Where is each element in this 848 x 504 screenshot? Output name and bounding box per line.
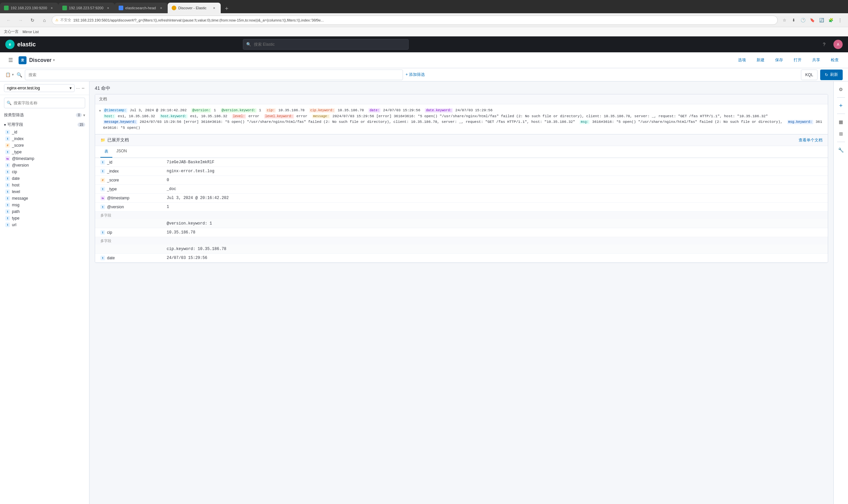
options-button[interactable]: 选项 — [734, 55, 750, 66]
field-highlight-message-kw: message.keyword: — [103, 120, 137, 124]
field-badge-id: t — [100, 160, 105, 165]
view-doc-link[interactable]: 查看单个文档 — [799, 138, 823, 143]
index-dropdown-small[interactable]: 📋 ▾ — [5, 72, 14, 77]
bookmark-2[interactable]: Mirror List — [22, 30, 39, 34]
kql-button[interactable]: KQL — [801, 70, 817, 80]
address-bar: ← → ↻ ⌂ ⚠ 不安全 192.168.223.190:5601/app/d… — [0, 13, 848, 27]
new-tab-button[interactable]: + — [222, 4, 231, 13]
bookmark-icon[interactable]: 🔖 — [808, 16, 816, 24]
field-item-host[interactable]: t host — [4, 182, 85, 188]
field-item-message[interactable]: t message — [4, 195, 85, 202]
tab-3[interactable]: elasticsearch-head × — [115, 3, 168, 13]
field-highlight-date: date: — [368, 108, 380, 113]
home-button[interactable]: ⌂ — [40, 16, 49, 25]
discover-title[interactable]: Discover ▾ — [29, 57, 55, 63]
field-item-path[interactable]: t path — [4, 208, 85, 215]
panel-icon[interactable]: ⊞ — [836, 128, 846, 139]
layout-icon[interactable]: ▦ — [836, 116, 846, 127]
index-dots-button[interactable]: ··· — [76, 86, 80, 91]
gear-icon[interactable]: 🔧 — [836, 145, 846, 155]
field-type-badge-type: t — [5, 150, 10, 154]
field-value-cip: 10.35.186.78 — [161, 228, 828, 237]
help-icon[interactable]: ? — [819, 39, 829, 50]
url-actions: ☆ ⬇ 🕐 🔖 🔄 🧩 ⋮ — [780, 16, 844, 24]
inspect-button[interactable]: 检查 — [827, 55, 843, 66]
open-button[interactable]: 打开 — [790, 55, 806, 66]
user-avatar[interactable]: A — [833, 40, 843, 49]
search-icon: 🔍 — [246, 42, 251, 47]
refresh-button[interactable]: ↻ 刷新 — [820, 70, 843, 80]
field-item-version[interactable]: t @version — [4, 162, 85, 168]
field-highlight-timestamp: @timestamp: — [103, 108, 127, 113]
field-item-url[interactable]: t url — [4, 221, 85, 228]
bookmark-1[interactable]: 文心一言 — [4, 29, 19, 34]
panel-separator-2 — [837, 113, 845, 114]
tab-close-2[interactable]: × — [105, 5, 111, 11]
field-item-score[interactable]: # _score — [4, 142, 85, 149]
reload-button[interactable]: ↻ — [28, 16, 37, 25]
search-wrap: 🔍 — [4, 98, 85, 108]
extensions-icon[interactable]: 🧩 — [827, 16, 835, 24]
tab-2[interactable]: 192.168.223.57:9200 × — [58, 3, 115, 13]
download-icon[interactable]: ⬇ — [790, 16, 798, 24]
doc-expand-button[interactable]: ▾ — [99, 108, 101, 114]
tab-title-1: 192.168.223.190:9200 — [11, 6, 47, 10]
doc-tabs: 表 JSON — [95, 146, 828, 158]
field-highlight-date-kw: date.keyword: — [425, 108, 453, 113]
tab-title-3: elasticsearch-head — [125, 6, 156, 10]
add-icon[interactable]: + — [836, 100, 846, 111]
field-name-path: path — [12, 209, 20, 214]
tab-favicon-2 — [62, 6, 67, 10]
bookmark-star-icon[interactable]: ☆ — [780, 16, 789, 24]
field-name-version: @version — [12, 163, 29, 167]
tab-4[interactable]: Discover - Elastic × — [168, 3, 221, 13]
fields-count-badge: 15 — [77, 123, 85, 127]
url-bar[interactable]: ⚠ 不安全 192.168.223.190:5601/app/discover#… — [52, 16, 778, 25]
field-item-type[interactable]: t _type — [4, 149, 85, 155]
forward-button[interactable]: → — [16, 16, 25, 25]
hamburger-menu-button[interactable]: ☰ — [5, 55, 16, 66]
field-item-msg[interactable]: t msg — [4, 202, 85, 208]
field-name-cell-cip-kw — [95, 245, 161, 253]
field-item-timestamp[interactable]: ts @timestamp — [4, 155, 85, 162]
tab-1[interactable]: 192.168.223.190:9200 × — [0, 3, 58, 13]
tab-title-2: 192.168.223.57:9200 — [69, 6, 103, 10]
share-button[interactable]: 共享 — [808, 55, 824, 66]
table-row-id: t _id 7ieGeJAB-BaskeImkRlF — [95, 158, 828, 167]
history-icon[interactable]: 🕐 — [799, 16, 807, 24]
field-item-index[interactable]: t _index — [4, 136, 85, 142]
save-button[interactable]: 保存 — [771, 55, 787, 66]
field-item-date[interactable]: t date — [4, 175, 85, 182]
field-item-level[interactable]: t level — [4, 188, 85, 195]
field-search-input[interactable] — [4, 98, 85, 108]
back-button[interactable]: ← — [4, 16, 13, 25]
right-panel: ⚙ + ▦ ⊞ 🔧 — [833, 82, 848, 504]
new-button[interactable]: 新建 — [752, 55, 768, 66]
settings-icon[interactable]: ⚙ — [836, 84, 846, 95]
search-input[interactable] — [25, 70, 403, 80]
add-filter-button[interactable]: + 添加筛选 — [405, 72, 425, 77]
global-search-input[interactable] — [243, 39, 409, 50]
menu-icon[interactable]: ⋮ — [836, 16, 844, 24]
elastic-logo-mark: e — [5, 40, 15, 49]
field-item-id[interactable]: t _id — [4, 129, 85, 136]
field-item-type2[interactable]: t type — [4, 215, 85, 221]
field-highlight-cip: cip: — [266, 108, 276, 113]
tab-table[interactable]: 表 — [100, 146, 113, 158]
field-highlight-host: host: — [103, 114, 115, 119]
field-name-type: _type — [12, 150, 21, 154]
tab-close-1[interactable]: × — [49, 5, 54, 11]
type-filter-controls: 0 ▾ — [76, 113, 85, 118]
index-select-button[interactable]: nginx-error.test.log ▾ — [4, 84, 74, 92]
index-name: nginx-error.test.log — [7, 86, 40, 90]
tab-close-3[interactable]: × — [158, 5, 164, 11]
url-insecure-label: 不安全 — [60, 18, 71, 22]
tab-close-4[interactable]: × — [211, 5, 217, 11]
tab-json[interactable]: JSON — [113, 146, 131, 158]
sync-icon[interactable]: 🔄 — [817, 16, 826, 24]
hit-count: 41 命中 — [89, 82, 833, 94]
field-item-cip[interactable]: t cip — [4, 168, 85, 175]
doc-table-container: t _id 7ieGeJAB-BaskeImkRlF t _index ngin… — [95, 158, 828, 263]
doc-expanded-header: 📁 已展开文档 查看单个文档 — [95, 134, 828, 146]
type-filter[interactable]: 按类型筛选 0 ▾ — [0, 111, 89, 119]
